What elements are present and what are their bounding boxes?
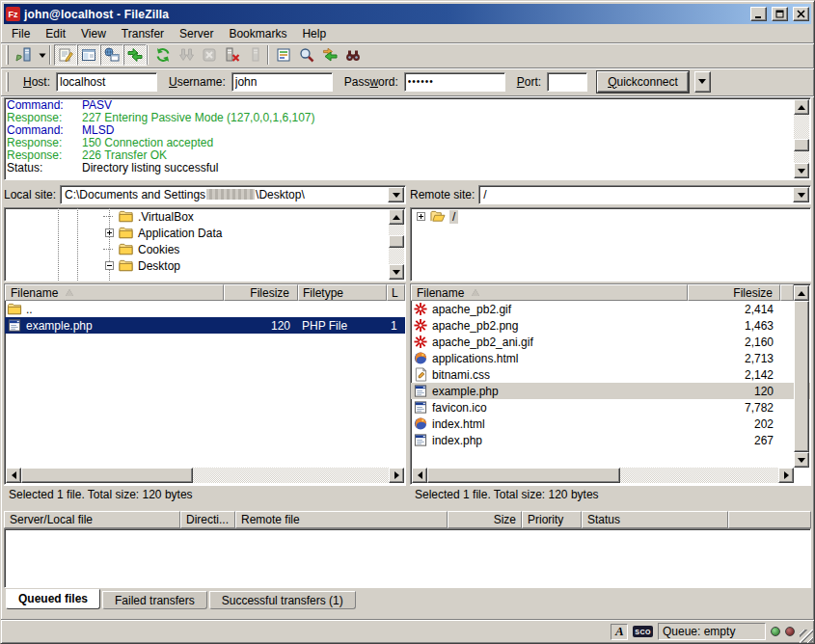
toolbar-button[interactable]: [77, 44, 100, 66]
maximize-button[interactable]: [772, 7, 788, 21]
menu-item[interactable]: File: [4, 25, 38, 42]
scrollbar-thumb[interactable]: [427, 468, 620, 483]
data-type-indicator-icon[interactable]: A: [611, 624, 628, 640]
toolbar-button[interactable]: [221, 44, 244, 66]
remote-list-vscrollbar[interactable]: [794, 285, 809, 468]
tree-expander[interactable]: [105, 245, 114, 254]
queue-tab[interactable]: Failed transfers: [102, 591, 207, 609]
table-row[interactable]: example.php 120 PHP File 1: [5, 317, 405, 334]
column-header-direction[interactable]: Directi...: [180, 511, 235, 528]
scroll-up-button[interactable]: [794, 99, 809, 115]
column-header-filetype[interactable]: Filetype: [298, 284, 387, 301]
remote-list-hscrollbar[interactable]: [412, 468, 794, 483]
column-header-filename[interactable]: Filename: [5, 284, 224, 301]
table-row[interactable]: index.php 267: [411, 432, 810, 448]
scroll-right-button[interactable]: [389, 468, 404, 483]
log-scrollbar[interactable]: [794, 99, 809, 178]
folder-open-icon: [429, 209, 446, 224]
menu-item[interactable]: View: [73, 25, 114, 42]
queue-tab[interactable]: Successful transfers (1): [209, 591, 356, 609]
column-header-lastmodified[interactable]: L: [387, 284, 405, 301]
tree-item[interactable]: Cookies: [5, 241, 405, 257]
column-header-priority[interactable]: Priority: [522, 511, 582, 528]
tree-item[interactable]: Application Data: [5, 225, 405, 241]
tree-expander[interactable]: [105, 212, 114, 221]
menu-item[interactable]: Bookmarks: [221, 25, 294, 42]
table-row[interactable]: bitnami.css 2,142: [411, 366, 810, 383]
scroll-left-button[interactable]: [6, 468, 21, 483]
quickconnect-button[interactable]: Quickconnect: [597, 71, 689, 93]
menu-item[interactable]: Transfer: [114, 25, 172, 42]
remote-site-dropdown-button[interactable]: [793, 187, 809, 202]
toolbar-button[interactable]: [151, 44, 175, 66]
scrollbar-thumb[interactable]: [389, 235, 404, 248]
queue-splitter[interactable]: [4, 502, 811, 511]
table-row[interactable]: example.php 120: [411, 383, 810, 399]
host-input[interactable]: [56, 72, 157, 92]
scroll-left-button[interactable]: [412, 468, 427, 483]
toolbar-button[interactable]: [295, 44, 318, 66]
local-site-combobox[interactable]: C:\Documents and Settings\Desktop\: [60, 185, 406, 204]
table-row[interactable]: apache_pb2.png 1,463: [411, 317, 810, 334]
local-list-hscrollbar[interactable]: [6, 468, 404, 483]
port-input[interactable]: [547, 72, 587, 92]
column-header-status[interactable]: Status: [582, 511, 728, 528]
toolbar-button[interactable]: [244, 44, 267, 66]
password-input[interactable]: [404, 72, 505, 92]
table-row[interactable]: ..: [5, 301, 405, 317]
table-row[interactable]: apache_pb2.gif 2,414: [411, 301, 810, 317]
toolbar-button[interactable]: [35, 44, 49, 66]
toolbar-button[interactable]: [272, 44, 295, 66]
tree-expander[interactable]: [105, 261, 114, 270]
toolbar-button[interactable]: [341, 44, 365, 66]
scroll-right-button[interactable]: [778, 468, 794, 483]
toolbar-button[interactable]: [100, 44, 123, 66]
table-row[interactable]: applications.html 2,713: [411, 350, 810, 366]
toolbar-button[interactable]: [12, 44, 35, 66]
column-header-size[interactable]: Size: [448, 511, 522, 528]
table-row[interactable]: index.html 202: [411, 416, 810, 432]
tree-expander[interactable]: [105, 228, 114, 237]
quickconnect-grip[interactable]: [6, 72, 9, 92]
toolbar-button[interactable]: [123, 44, 147, 66]
column-header-filesize[interactable]: Filesize: [688, 284, 780, 301]
scrollbar-thumb[interactable]: [21, 468, 193, 483]
column-header-server-local-file[interactable]: Server/Local file: [4, 511, 180, 528]
menu-item[interactable]: Edit: [38, 25, 73, 42]
local-tree-scrollbar[interactable]: [389, 209, 404, 280]
tree-item[interactable]: Desktop: [5, 257, 405, 274]
scroll-down-button[interactable]: [389, 264, 404, 280]
scrollbar-thumb[interactable]: [794, 301, 809, 452]
queue-tab[interactable]: Queued files: [6, 589, 100, 609]
local-site-dropdown-button[interactable]: [388, 187, 404, 202]
menu-item[interactable]: Help: [294, 25, 334, 42]
resize-grip[interactable]: [800, 630, 813, 643]
scroll-down-button[interactable]: [794, 452, 809, 468]
scrollbar-thumb[interactable]: [794, 139, 809, 151]
tree-expander[interactable]: [417, 212, 425, 221]
toolbar-grip[interactable]: [6, 45, 9, 65]
tree-item[interactable]: .VirtualBox: [5, 208, 405, 225]
table-row[interactable]: favicon.ico 7,782: [411, 399, 810, 416]
title-bar[interactable]: Fz john@localhost - FileZilla: [4, 4, 811, 24]
minimize-button[interactable]: [750, 7, 767, 21]
transfer-queue-list[interactable]: [4, 528, 811, 588]
tree-item[interactable]: /: [411, 208, 810, 225]
remote-site-combobox[interactable]: /: [478, 185, 811, 204]
quickconnect-dropdown-button[interactable]: [694, 71, 711, 93]
menu-item[interactable]: Server: [172, 25, 221, 42]
speed-limit-icon[interactable]: SCO: [633, 626, 653, 637]
toolbar-button[interactable]: [54, 44, 77, 66]
username-input[interactable]: [231, 72, 333, 92]
scroll-up-button[interactable]: [389, 209, 404, 225]
toolbar-button[interactable]: [318, 44, 341, 66]
scroll-up-button[interactable]: [794, 285, 809, 301]
column-header-remote-file[interactable]: Remote file: [235, 511, 448, 528]
close-button[interactable]: [793, 7, 809, 21]
scroll-down-button[interactable]: [794, 163, 809, 178]
toolbar-button[interactable]: [198, 44, 221, 66]
table-row[interactable]: apache_pb2_ani.gif 2,160: [411, 334, 810, 350]
column-header-filename[interactable]: Filename: [411, 284, 688, 301]
column-header-filesize[interactable]: Filesize: [224, 284, 298, 301]
toolbar-button[interactable]: [175, 44, 198, 66]
